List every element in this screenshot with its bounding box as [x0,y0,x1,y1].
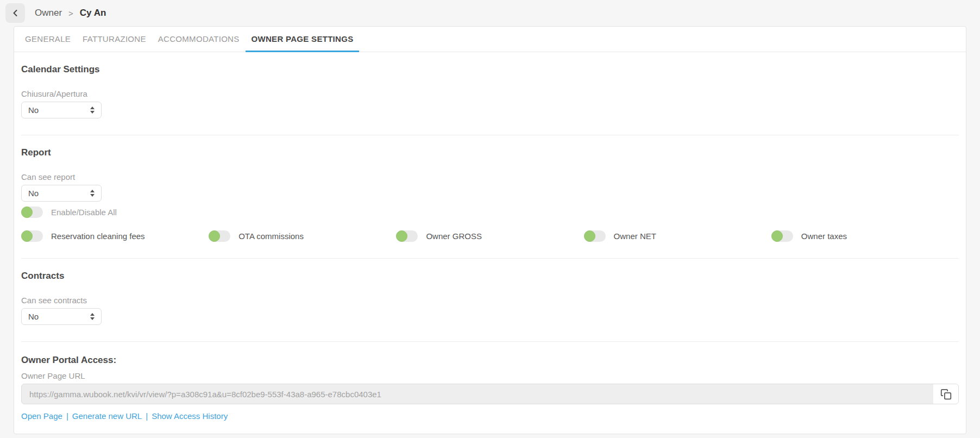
show-access-history-link[interactable]: Show Access History [152,411,228,421]
can-see-contracts-label: Can see contracts [21,296,959,305]
tab-bar: GENERALE FATTURAZIONE ACCOMMODATIONS OWN… [14,27,966,52]
can-see-contracts-select[interactable]: No [21,308,102,325]
link-separator: | [66,411,68,421]
toggle-knob [584,230,595,242]
owner-gross-label: Owner GROSS [426,231,482,241]
toggle-item-owner-gross: Owner GROSS [396,230,583,242]
back-button[interactable] [5,3,25,23]
select-stepper-icon [90,190,95,197]
toggle-knob [21,230,33,242]
toggle-item-owner-net: Owner NET [584,230,771,242]
tab-generale[interactable]: GENERALE [19,27,77,52]
contracts-title: Contracts [21,259,959,281]
enable-disable-all-toggle[interactable] [21,207,43,218]
calendar-settings-title: Calendar Settings [21,52,959,75]
toggle-item-ota-commissions: OTA commissions [209,230,396,242]
enable-disable-all-row: Enable/Disable All [21,207,959,218]
reservation-cleaning-fees-toggle[interactable] [21,230,43,242]
copy-url-button[interactable] [933,384,958,404]
owner-net-toggle[interactable] [584,230,606,242]
breadcrumb: Owner > Cy An [35,8,106,18]
breadcrumb-separator: > [68,9,73,18]
chiusura-apertura-label: Chiusura/Apertura [21,89,959,98]
breadcrumb-bar: Owner > Cy An [0,0,980,26]
reservation-cleaning-fees-label: Reservation cleaning fees [51,231,145,241]
tab-owner-page-settings[interactable]: OWNER PAGE SETTINGS [246,27,360,52]
toggle-item-reservation-cleaning-fees: Reservation cleaning fees [21,230,209,242]
copy-icon [940,389,952,400]
can-see-report-value: No [28,189,39,198]
link-separator: | [146,411,148,421]
owner-page-url-label: Owner Page URL [21,371,959,380]
toggle-knob [21,207,33,218]
breadcrumb-current: Cy An [80,8,106,18]
owner-page-url-input[interactable] [21,384,959,404]
toggle-knob [396,230,407,242]
owner-gross-toggle[interactable] [396,230,418,242]
report-title: Report [21,135,959,158]
enable-disable-all-label: Enable/Disable All [51,208,117,217]
tab-content: Calendar Settings Chiusura/Apertura No R… [14,52,966,434]
portal-links: Open Page | Generate new URL | Show Acce… [21,411,959,421]
tab-accommodations[interactable]: ACCOMMODATIONS [152,27,246,52]
tab-fatturazione[interactable]: FATTURAZIONE [77,27,152,52]
toggle-item-owner-taxes: Owner taxes [771,230,959,242]
open-page-link[interactable]: Open Page [21,411,62,421]
report-toggle-grid: Reservation cleaning fees OTA commission… [21,230,959,242]
toggle-knob [209,230,220,242]
owner-portal-access-title: Owner Portal Access: [21,342,959,366]
select-stepper-icon [90,313,95,320]
owner-settings-card: GENERALE FATTURAZIONE ACCOMMODATIONS OWN… [14,26,966,434]
select-stepper-icon [90,107,95,114]
toggle-knob [771,230,783,242]
owner-taxes-toggle[interactable] [771,230,793,242]
owner-net-label: Owner NET [614,231,656,241]
owner-page-url-row [21,384,959,404]
chevron-left-icon [10,8,21,18]
ota-commissions-label: OTA commissions [238,231,304,241]
breadcrumb-parent[interactable]: Owner [35,8,62,18]
footer-bar: SALVA [0,434,980,438]
can-see-report-label: Can see report [21,172,959,182]
owner-taxes-label: Owner taxes [801,231,847,241]
ota-commissions-toggle[interactable] [209,230,230,242]
chiusura-apertura-value: No [28,105,39,115]
chiusura-apertura-select[interactable]: No [21,102,102,118]
can-see-contracts-value: No [28,312,39,321]
generate-new-url-link[interactable]: Generate new URL [72,411,142,421]
can-see-report-select[interactable]: No [21,185,102,202]
